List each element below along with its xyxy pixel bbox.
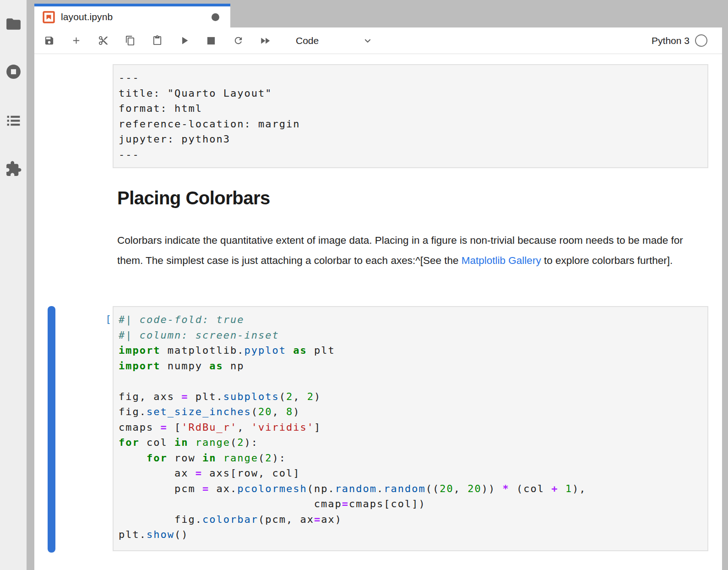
notebook-file-icon <box>43 11 55 23</box>
paragraph-text: axes:^[See the <box>391 255 461 266</box>
tab-layout-ipynb[interactable]: layout.ipynb <box>34 4 230 27</box>
right-edge-strip <box>722 0 728 570</box>
code-line: ax = axs[row, col] <box>119 466 703 481</box>
restart-run-all-button[interactable] <box>256 31 274 51</box>
code-line: plt.show() <box>119 527 703 543</box>
raw-cell-yaml-editor[interactable]: ---title: "Quarto Layout"format: htmlref… <box>113 64 708 168</box>
yaml-line: reference-location: margin <box>119 116 703 132</box>
yaml-line: --- <box>119 147 703 163</box>
jupyterlab-window: layout.ipynb Code Python 3 ---title: "Qu… <box>0 0 728 570</box>
heading-placing-colorbars: Placing Colorbars <box>117 187 270 209</box>
cell-type-dropdown[interactable]: Code <box>296 35 373 46</box>
add-icon <box>71 35 81 46</box>
code-cell-editor[interactable]: #| code-fold: true#| column: screen-inse… <box>113 306 708 551</box>
tab-bar: layout.ipynb <box>34 0 722 27</box>
notebook-content: ---title: "Quarto Layout"format: htmlref… <box>34 54 722 570</box>
run-all-icon <box>259 35 271 47</box>
code-line: #| code-fold: true <box>119 312 703 328</box>
code-line: cmaps = ['RdBu_r', 'viridis'] <box>119 420 703 435</box>
sidebar-extensions[interactable] <box>0 159 27 179</box>
restart-icon <box>233 35 244 46</box>
sidebar-table-of-contents[interactable] <box>0 110 27 131</box>
code-line: import numpy as np <box>119 358 703 374</box>
paste-cells-button[interactable] <box>148 31 166 51</box>
running-icon <box>5 63 22 80</box>
copy-cells-button[interactable] <box>121 31 139 51</box>
unsaved-changes-dot[interactable] <box>212 13 219 21</box>
code-line: cmap=cmaps[col]) <box>119 496 703 512</box>
paragraph-text: Colorbars indicate the quantitative exte… <box>117 235 556 246</box>
yaml-line: title: "Quarto Layout" <box>119 86 703 101</box>
paste-icon <box>152 35 163 46</box>
extension-icon <box>5 160 22 177</box>
matplotlib-gallery-link[interactable]: Matplotlib Gallery <box>462 255 541 266</box>
save-icon <box>44 35 54 46</box>
code-line: for col in range(2): <box>119 435 703 450</box>
yaml-line: jupyter: python3 <box>119 132 703 147</box>
tab-title: layout.ipynb <box>61 11 113 22</box>
sidebar-divider-strip <box>27 0 34 570</box>
sidebar-file-browser[interactable] <box>0 14 27 34</box>
copy-icon <box>125 35 136 46</box>
cell-type-value: Code <box>296 35 319 46</box>
kernel-indicator[interactable]: Python 3 <box>652 34 707 47</box>
code-line: pcm = ax.pcolormesh(np.random.random((20… <box>119 481 703 497</box>
code-line: fig, axs = plt.subplots(2, 2) <box>119 389 703 405</box>
restart-kernel-button[interactable] <box>229 31 247 51</box>
yaml-line: format: html <box>119 101 703 116</box>
interrupt-kernel-button[interactable] <box>202 31 220 51</box>
paragraph-text: to explore colorbars further]. <box>541 255 673 266</box>
yaml-line: --- <box>119 70 703 86</box>
cut-cells-button[interactable] <box>94 31 112 51</box>
insert-cell-button[interactable] <box>67 31 85 51</box>
sidebar-running-sessions[interactable] <box>0 61 27 82</box>
toolbar-button-group <box>40 31 283 51</box>
run-icon <box>178 34 190 47</box>
markdown-paragraph: Colorbars indicate the quantitative exte… <box>117 230 703 271</box>
folder-icon <box>5 16 22 33</box>
toc-icon <box>5 112 22 129</box>
code-line: #| column: screen-inset <box>119 328 703 343</box>
cut-icon <box>98 35 109 46</box>
kernel-name: Python 3 <box>652 35 690 46</box>
code-line <box>119 373 703 389</box>
code-line: fig.set_size_inches(20, 8) <box>119 404 703 420</box>
code-line: for row in range(2): <box>119 450 703 466</box>
save-button[interactable] <box>40 31 58 51</box>
run-cell-button[interactable] <box>175 31 193 51</box>
code-line: fig.colorbar(pcm, ax=ax) <box>119 512 703 527</box>
notebook-toolbar: Code Python 3 <box>34 27 722 54</box>
stop-icon <box>205 35 217 47</box>
kernel-status-icon <box>695 34 707 47</box>
chevron-down-icon <box>363 36 373 46</box>
cell-collapser-bar[interactable] <box>48 306 55 553</box>
code-line: import matplotlib.pyplot as plt <box>119 343 703 358</box>
left-activity-sidebar <box>0 0 27 570</box>
